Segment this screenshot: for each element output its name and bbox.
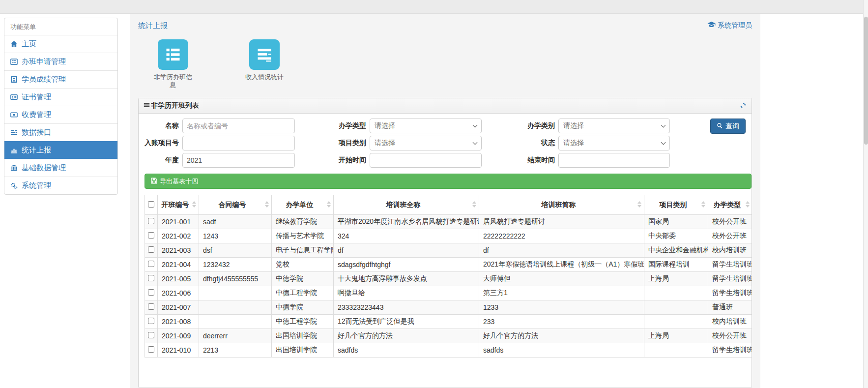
column-header-full-name[interactable]: 培训班全称 [334,195,479,215]
cell-contract-no: sadf [199,215,272,229]
filter-label: 办学类别 [482,121,558,130]
cell-contract-no [199,286,272,300]
sidebar-item-6[interactable]: 统计上报 [4,141,117,159]
sidebar-item-5[interactable]: 数据接口 [4,123,117,141]
cell-short-name: 1233 [479,300,644,315]
sidebar-item-2[interactable]: 学员成绩管理 [4,70,117,88]
filter-input-入账项目号[interactable] [182,136,295,150]
main-content: 统计上报 系统管理员 非学历办班信息收入情况统计 非学历开班列表 查询 [130,14,760,388]
row-checkbox[interactable] [148,289,154,296]
cell-unit: 党校 [272,258,334,272]
filter-label: 结束时间 [482,156,558,165]
row-select-cell [145,215,158,229]
cell-contract-no [199,315,272,329]
cell-short-name: 居风貌打造专题研讨 [479,215,644,229]
sidebar-item-8[interactable]: 系统管理 [4,177,117,194]
cell-full-name: 十大鬼地方高浮雕事故多发点 [334,272,479,286]
cell-project-type: 国际课程培训 [644,258,708,272]
sidebar-item-3[interactable]: 证书管理 [4,88,117,106]
column-label: 项目类别 [660,201,687,209]
cell-project-type: 国家局 [644,215,708,229]
cell-full-name: sadfds [334,343,479,358]
refresh-icon[interactable] [740,102,747,109]
cell-short-name: sadfds [479,343,644,358]
row-select-cell [145,329,158,343]
column-header-short-name[interactable]: 培训班简称 [479,195,644,215]
row-checkbox[interactable] [148,318,154,324]
cell-short-name: df [479,243,644,258]
graduation-cap-icon [707,21,716,30]
row-checkbox[interactable] [148,346,154,353]
sidebar-item-1[interactable]: 办班申请管理 [4,53,117,70]
save-icon [151,178,157,185]
filter-select-状态[interactable]: 请选择 [558,136,670,150]
export-button[interactable]: 导出基表十四 [145,174,752,189]
list-alt-icon [10,58,18,66]
cell-project-type [644,315,708,329]
filter-select-办学类别[interactable]: 请选择 [558,119,670,133]
row-checkbox[interactable] [148,261,154,267]
shortcut-tile-1[interactable]: 收入情况统计 [243,39,286,89]
cell-short-name: 233 [479,315,644,329]
cell-full-name: 12而无法受到广泛但是我 [334,315,479,329]
sidebar-item-0[interactable]: 主页 [4,35,117,53]
cell-project-type: 上海局 [644,329,708,343]
cell-school-type: 校外公开班 [708,229,752,243]
cell-school-type: 留学生培训班 [708,286,752,300]
table-row: 2021-009deerrerr出国培训学院好几个官方的方法好几个官方的方法上海… [145,329,752,343]
filter-select-办学类型[interactable]: 请选择 [370,119,482,133]
user-menu[interactable]: 系统管理员 [707,21,752,30]
sidebar-item-label: 系统管理 [22,181,51,190]
cell-full-name: 324 [334,229,479,243]
cell-class-no: 2021-010 [158,343,199,358]
scrollbar-thumb[interactable] [864,17,868,145]
sidebar-item-label: 统计上报 [22,146,51,155]
column-header-class-no[interactable]: 开班编号 [158,195,199,215]
chevron-down-icon [661,140,666,145]
filter-select-项目类别[interactable]: 请选择 [370,136,482,150]
filter-input-结束时间[interactable] [558,153,670,168]
sidebar-title: 功能菜单 [4,18,117,35]
filter-input-年度[interactable] [182,153,295,168]
gears-icon [10,182,18,190]
table-container: 开班编号合同编号办学单位培训班全称培训班简称项目类别办学类型办学形式2021-0… [145,195,752,388]
top-bar [0,0,868,14]
row-checkbox[interactable] [148,303,154,310]
search-button[interactable]: 查询 [710,119,746,134]
filter-form: 查询 名称办学类型请选择办学类别请选择入账项目号项目类别请选择状态请选择年度开始… [139,119,752,170]
tile-label: 收入情况统计 [245,73,284,81]
select-all-checkbox[interactable] [148,201,154,208]
row-checkbox[interactable] [148,275,154,281]
cell-contract-no: 1243 [199,229,272,243]
shortcut-tile-0[interactable]: 非学历办班信息 [152,39,194,89]
cell-class-no: 2021-003 [158,243,199,258]
row-checkbox[interactable] [148,246,154,253]
sidebar-item-7[interactable]: 基础数据管理 [4,159,117,177]
row-select-cell [145,243,158,258]
row-checkbox[interactable] [148,332,154,338]
breadcrumb[interactable]: 统计上报 [138,21,168,30]
cell-school-type: 校外公开班 [708,329,752,343]
cell-unit: 出国培训学院 [272,343,334,358]
row-checkbox[interactable] [148,218,154,224]
row-select-cell [145,229,158,243]
cell-contract-no: deerrerr [199,329,272,343]
column-header-school-type[interactable]: 办学类型 [708,195,752,215]
page-scrollbar[interactable] [863,0,868,388]
cell-school-type: 校外公开班 [708,215,752,229]
filter-input-开始时间[interactable] [370,153,482,168]
row-checkbox[interactable] [148,232,154,239]
column-header-unit[interactable]: 办学单位 [272,195,334,215]
cell-project-type: 中央部委 [644,229,708,243]
filter-label: 状态 [482,139,558,148]
breadcrumb-bar: 统计上报 系统管理员 [138,18,752,33]
sidebar-item-4[interactable]: 收费管理 [4,106,117,123]
table-row: 2021-001sadf继续教育学院平湖市2020年度江南水乡名居风貌打造专题研… [145,215,752,229]
column-header-project-type[interactable]: 项目类别 [644,195,708,215]
cell-short-name: 大师傅但 [479,272,644,286]
chevron-down-icon [473,140,478,145]
row-select-cell [145,300,158,315]
column-header-contract-no[interactable]: 合同编号 [199,195,272,215]
filter-label: 名称 [139,121,182,130]
filter-input-名称[interactable] [182,119,295,133]
